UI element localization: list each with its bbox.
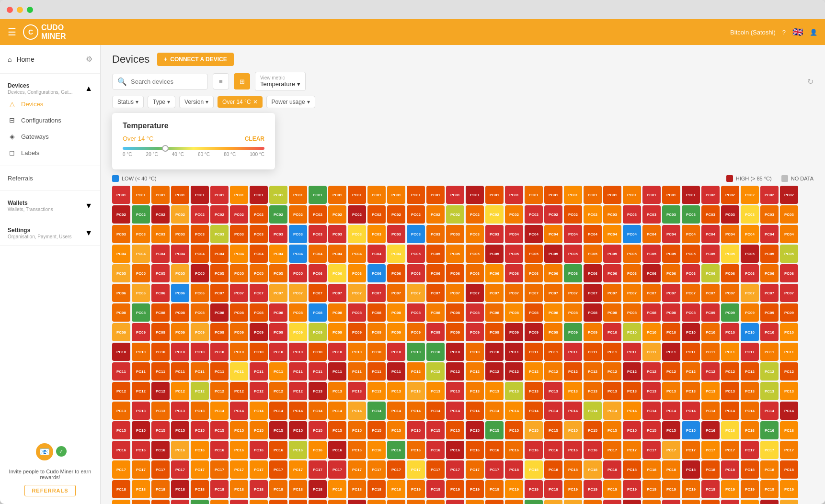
- device-cell[interactable]: PC08: [466, 303, 484, 322]
- device-cell[interactable]: PC18: [269, 480, 287, 498]
- device-cell[interactable]: PC13: [387, 382, 405, 400]
- device-cell[interactable]: PC06: [171, 284, 189, 302]
- refresh-icon[interactable]: ↻: [807, 77, 814, 86]
- device-cell[interactable]: PC15: [191, 421, 209, 439]
- device-cell[interactable]: PC18: [250, 480, 268, 498]
- device-cell[interactable]: PC03: [485, 225, 504, 243]
- device-cell[interactable]: PC18: [564, 460, 582, 479]
- device-cell[interactable]: PC18: [544, 460, 562, 479]
- device-cell[interactable]: PC15: [564, 421, 582, 439]
- device-cell[interactable]: PC06: [426, 264, 445, 282]
- device-cell[interactable]: PC01: [603, 186, 621, 204]
- device-cell[interactable]: PC19: [250, 500, 268, 504]
- device-cell[interactable]: PC14: [269, 402, 287, 420]
- device-cell[interactable]: PC01: [642, 186, 661, 204]
- device-cell[interactable]: PC03: [407, 225, 425, 243]
- device-cell[interactable]: PC10: [328, 343, 346, 361]
- device-cell[interactable]: PC15: [289, 421, 307, 439]
- device-cell[interactable]: PC10: [269, 343, 287, 361]
- device-cell[interactable]: PC11: [584, 343, 602, 361]
- device-cell[interactable]: PC09: [367, 323, 386, 341]
- device-cell[interactable]: PC03: [230, 225, 248, 243]
- device-cell[interactable]: PC12: [269, 382, 287, 400]
- device-cell[interactable]: PC07: [289, 284, 307, 302]
- device-cell[interactable]: PC10: [642, 323, 661, 341]
- device-cell[interactable]: PC16: [466, 441, 484, 459]
- device-cell[interactable]: PC01: [426, 186, 445, 204]
- device-cell[interactable]: PC18: [682, 460, 700, 479]
- device-cell[interactable]: PC16: [269, 441, 287, 459]
- device-cell[interactable]: PC20: [584, 500, 602, 504]
- device-cell[interactable]: PC15: [328, 421, 346, 439]
- device-cell[interactable]: PC06: [505, 264, 523, 282]
- device-cell[interactable]: PC10: [191, 343, 209, 361]
- device-cell[interactable]: PC06: [151, 284, 170, 302]
- device-cell[interactable]: PC04: [250, 245, 268, 263]
- device-cell[interactable]: PC15: [348, 421, 366, 439]
- device-cell[interactable]: PC15: [112, 421, 130, 439]
- device-cell[interactable]: PC10: [348, 343, 366, 361]
- device-cell[interactable]: PC14: [662, 402, 680, 420]
- device-cell[interactable]: PC06: [387, 264, 405, 282]
- device-cell[interactable]: PC16: [309, 441, 327, 459]
- device-cell[interactable]: PC14: [230, 402, 248, 420]
- device-cell[interactable]: PC06: [309, 264, 327, 282]
- device-cell[interactable]: PC15: [446, 421, 464, 439]
- device-cell[interactable]: PC17: [328, 460, 346, 479]
- device-cell[interactable]: PC06: [466, 264, 484, 282]
- device-cell[interactable]: PC04: [367, 245, 386, 263]
- device-cell[interactable]: PC01: [289, 186, 307, 204]
- device-cell[interactable]: PC02: [407, 205, 425, 224]
- device-cell[interactable]: PC05: [132, 264, 150, 282]
- device-cell[interactable]: PC19: [505, 480, 523, 498]
- device-cell[interactable]: PC02: [328, 205, 346, 224]
- device-cell[interactable]: PC11: [250, 362, 268, 381]
- device-cell[interactable]: PC03: [466, 225, 484, 243]
- device-cell[interactable]: PC18: [642, 460, 661, 479]
- device-cell[interactable]: PC19: [564, 480, 582, 498]
- device-cell[interactable]: PC10: [309, 343, 327, 361]
- device-cell[interactable]: PC12: [132, 382, 150, 400]
- device-cell[interactable]: PC15: [151, 421, 170, 439]
- device-cell[interactable]: PC07: [269, 284, 287, 302]
- device-cell[interactable]: PC11: [760, 343, 779, 361]
- device-cell[interactable]: PC03: [682, 205, 700, 224]
- device-cell[interactable]: PC07: [780, 284, 798, 302]
- device-cell[interactable]: PC11: [289, 362, 307, 381]
- device-cell[interactable]: PC13: [426, 382, 445, 400]
- device-cell[interactable]: PC17: [780, 441, 798, 459]
- device-cell[interactable]: PC01: [662, 186, 680, 204]
- device-cell[interactable]: PC19: [780, 480, 798, 498]
- device-cell[interactable]: PC20: [328, 500, 346, 504]
- device-cell[interactable]: PC12: [564, 362, 582, 381]
- device-cell[interactable]: PC13: [603, 382, 621, 400]
- device-cell[interactable]: PC05: [584, 245, 602, 263]
- device-cell[interactable]: PC19: [171, 500, 189, 504]
- device-cell[interactable]: PC01: [584, 186, 602, 204]
- device-cell[interactable]: PC16: [210, 441, 229, 459]
- device-cell[interactable]: PC11: [741, 343, 759, 361]
- device-cell[interactable]: PC20: [603, 500, 621, 504]
- device-cell[interactable]: PC01: [623, 186, 641, 204]
- device-cell[interactable]: PC04: [682, 225, 700, 243]
- device-cell[interactable]: PC14: [642, 402, 661, 420]
- device-cell[interactable]: PC19: [682, 480, 700, 498]
- device-cell[interactable]: PC17: [682, 441, 700, 459]
- device-cell[interactable]: PC20: [348, 500, 366, 504]
- device-cell[interactable]: PC03: [387, 225, 405, 243]
- device-cell[interactable]: PC09: [407, 323, 425, 341]
- device-cell[interactable]: PC11: [112, 362, 130, 381]
- search-input[interactable]: [131, 78, 203, 85]
- sidebar-item-gateways[interactable]: ◈ Gateways: [0, 128, 100, 145]
- device-cell[interactable]: PC05: [250, 264, 268, 282]
- device-cell[interactable]: PC12: [701, 362, 720, 381]
- device-cell[interactable]: PC06: [780, 264, 798, 282]
- device-cell[interactable]: PC16: [760, 421, 779, 439]
- device-cell[interactable]: PC07: [485, 284, 504, 302]
- device-cell[interactable]: PC12: [505, 362, 523, 381]
- device-cell[interactable]: PC15: [210, 421, 229, 439]
- device-cell[interactable]: PC03: [642, 205, 661, 224]
- minimize-btn[interactable]: [17, 7, 23, 13]
- device-cell[interactable]: PC09: [151, 323, 170, 341]
- device-cell[interactable]: PC13: [191, 402, 209, 420]
